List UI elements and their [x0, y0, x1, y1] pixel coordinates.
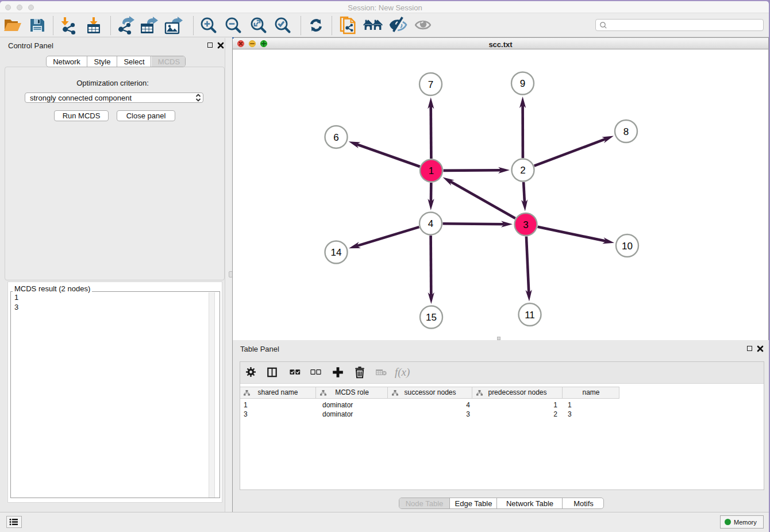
svg-text:6: 6: [333, 132, 338, 143]
svg-text:11: 11: [525, 310, 535, 321]
svg-text:2: 2: [520, 165, 525, 176]
svg-text:4: 4: [428, 218, 433, 229]
svg-text:15: 15: [426, 312, 437, 323]
svg-text:3: 3: [523, 219, 528, 230]
svg-text:8: 8: [623, 126, 629, 137]
svg-text:1: 1: [429, 165, 434, 176]
svg-text:7: 7: [428, 79, 433, 90]
svg-text:9: 9: [520, 78, 525, 89]
svg-text:14: 14: [331, 247, 342, 258]
svg-text:10: 10: [622, 241, 633, 252]
